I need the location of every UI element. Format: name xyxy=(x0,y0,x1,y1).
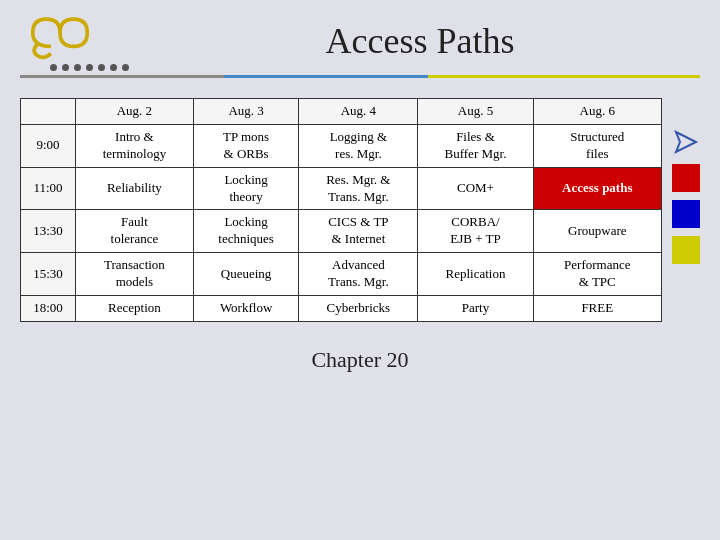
time-cell-900: 9:00 xyxy=(21,124,76,167)
col-header-aug5: Aug. 5 xyxy=(418,99,533,125)
cell-900-aug3: TP mons& ORBs xyxy=(193,124,299,167)
table-row: 9:00 Intro &terminology TP mons& ORBs Lo… xyxy=(21,124,662,167)
cell-1330-aug2: Faulttolerance xyxy=(76,210,194,253)
time-cell-1100: 11:00 xyxy=(21,167,76,210)
sidebar-icons xyxy=(672,98,700,322)
red-square-icon[interactable] xyxy=(672,164,700,192)
schedule-table: Aug. 2 Aug. 3 Aug. 4 Aug. 5 Aug. 6 9:00 … xyxy=(20,98,662,322)
cell-1800-aug4: Cyberbricks xyxy=(299,296,418,322)
table-row: 13:30 Faulttolerance Lockingtechniques C… xyxy=(21,210,662,253)
table-header-row: Aug. 2 Aug. 3 Aug. 4 Aug. 5 Aug. 6 xyxy=(21,99,662,125)
blue-square-icon[interactable] xyxy=(672,200,700,228)
col-header-empty xyxy=(21,99,76,125)
title-area: Access Paths xyxy=(140,20,700,62)
cell-1330-aug6: Groupware xyxy=(533,210,661,253)
cell-1530-aug4: AdvancedTrans. Mgr. xyxy=(299,253,418,296)
yellow-square-icon[interactable] xyxy=(672,236,700,264)
cell-1100-aug6-highlighted: Access paths xyxy=(533,167,661,210)
cell-1330-aug5: CORBA/EJB + TP xyxy=(418,210,533,253)
table-row: 15:30 Transactionmodels Queueing Advance… xyxy=(21,253,662,296)
cell-1330-aug4: CICS & TP& Internet xyxy=(299,210,418,253)
cell-1530-aug6: Performance& TPC xyxy=(533,253,661,296)
col-header-aug4: Aug. 4 xyxy=(299,99,418,125)
cell-1530-aug3: Queueing xyxy=(193,253,299,296)
cell-900-aug6: Structuredfiles xyxy=(533,124,661,167)
cell-1800-aug3: Workflow xyxy=(193,296,299,322)
schedule-table-container: Aug. 2 Aug. 3 Aug. 4 Aug. 5 Aug. 6 9:00 … xyxy=(20,98,662,322)
header: Access Paths xyxy=(0,0,720,71)
navigate-icon[interactable] xyxy=(672,128,700,156)
cell-1330-aug3: Lockingtechniques xyxy=(193,210,299,253)
cell-1100-aug2: Reliability xyxy=(76,167,194,210)
table-row: 18:00 Reception Workflow Cyberbricks Par… xyxy=(21,296,662,322)
cell-900-aug2: Intro &terminology xyxy=(76,124,194,167)
chapter-text: Chapter 20 xyxy=(311,347,408,372)
cell-900-aug4: Logging &res. Mgr. xyxy=(299,124,418,167)
cell-1800-aug2: Reception xyxy=(76,296,194,322)
cell-1530-aug2: Transactionmodels xyxy=(76,253,194,296)
col-header-aug3: Aug. 3 xyxy=(193,99,299,125)
cell-1100-aug3: Lockingtheory xyxy=(193,167,299,210)
svg-marker-0 xyxy=(676,132,696,152)
logo-area xyxy=(20,10,140,71)
cell-1800-aug6: FREE xyxy=(533,296,661,322)
page-title: Access Paths xyxy=(140,20,700,62)
main-content: Aug. 2 Aug. 3 Aug. 4 Aug. 5 Aug. 6 9:00 … xyxy=(0,78,720,332)
time-cell-1800: 18:00 xyxy=(21,296,76,322)
time-cell-1330: 13:30 xyxy=(21,210,76,253)
time-cell-1530: 15:30 xyxy=(21,253,76,296)
table-row: 11:00 Reliability Lockingtheory Res. Mgr… xyxy=(21,167,662,210)
cell-900-aug5: Files &Buffer Mgr. xyxy=(418,124,533,167)
cell-1800-aug5: Party xyxy=(418,296,533,322)
cell-1100-aug4: Res. Mgr. &Trans. Mgr. xyxy=(299,167,418,210)
footer: Chapter 20 xyxy=(0,332,720,373)
logo-icon xyxy=(20,10,100,60)
col-header-aug6: Aug. 6 xyxy=(533,99,661,125)
cell-1100-aug5: COM+ xyxy=(418,167,533,210)
cell-1530-aug5: Replication xyxy=(418,253,533,296)
col-header-aug2: Aug. 2 xyxy=(76,99,194,125)
logo-dots xyxy=(50,64,129,71)
